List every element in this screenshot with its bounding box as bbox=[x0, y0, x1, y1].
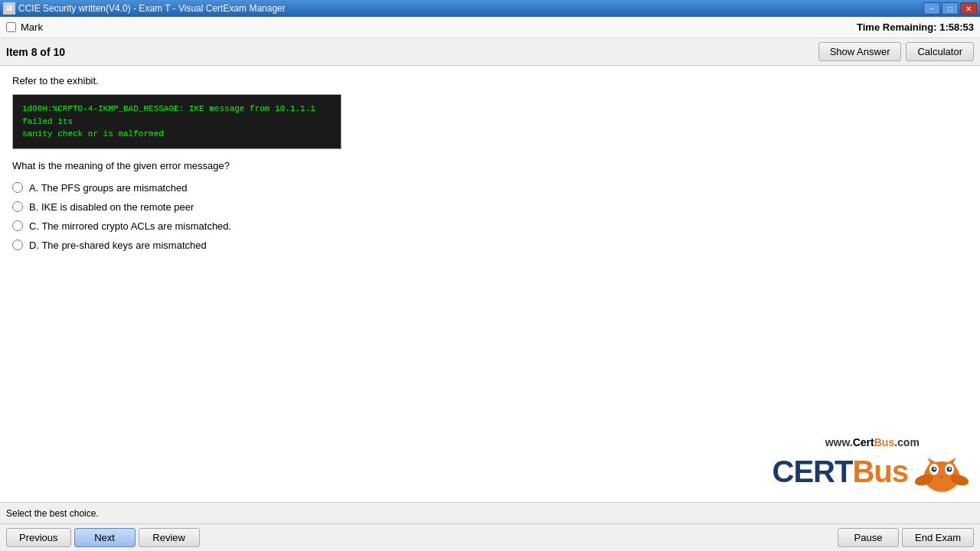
maximize-button[interactable]: □ bbox=[942, 2, 959, 15]
cert-logo: CERT bbox=[773, 455, 853, 489]
title-text: 🖥 CCIE Security written(V4.0) - Exam T -… bbox=[3, 2, 286, 15]
status-text: Select the best choice. bbox=[6, 508, 99, 519]
option-c[interactable]: C. The mirrored crypto ACLs are mismatch… bbox=[12, 220, 968, 232]
radio-a[interactable] bbox=[12, 182, 23, 193]
main-content: Refer to the exhibit. 1d00H:%CRPTO-4-IKM… bbox=[0, 66, 980, 502]
mark-bar: Mark Time Remaining: 1:58:53 bbox=[0, 17, 980, 38]
radio-b[interactable] bbox=[12, 201, 23, 212]
app-icon: 🖥 bbox=[3, 2, 15, 15]
option-d[interactable]: D. The pre-shared keys are mismatched bbox=[12, 240, 968, 251]
watermark: www.CertBus.com CERTBus bbox=[773, 436, 972, 494]
calculator-button[interactable]: Calculator bbox=[906, 42, 974, 61]
watermark-logo: CERTBus bbox=[773, 455, 908, 489]
option-d-label: D. The pre-shared keys are mismatched bbox=[29, 240, 207, 251]
bus-logo: Bus bbox=[852, 455, 908, 489]
show-answer-button[interactable]: Show Answer bbox=[818, 42, 902, 61]
pause-button[interactable]: Pause bbox=[838, 528, 899, 547]
option-b-label: B. IKE is disabled on the remote peer bbox=[29, 201, 194, 213]
previous-button[interactable]: Previous bbox=[6, 528, 71, 547]
radio-d[interactable] bbox=[12, 240, 23, 250]
close-button[interactable]: ✕ bbox=[960, 2, 977, 15]
item-info: Item 8 of 10 bbox=[6, 46, 65, 58]
watermark-url: www.CertBus.com bbox=[773, 436, 972, 448]
mark-area[interactable]: Mark bbox=[6, 21, 43, 33]
exhibit-line-1: 1d00H:%CRPTO-4-IKMP_BAD_MESSAGE: IKE mes… bbox=[22, 103, 332, 128]
svg-point-8 bbox=[949, 468, 951, 470]
toolbar-buttons: Show Answer Calculator bbox=[818, 42, 974, 61]
window-title: CCIE Security written(V4.0) - Exam T - V… bbox=[18, 3, 286, 14]
bottom-nav: Previous Next Review Pause End Exam bbox=[0, 523, 980, 551]
question-text: What is the meaning of the given error m… bbox=[12, 160, 968, 171]
minimize-button[interactable]: − bbox=[923, 2, 940, 15]
nav-left: Previous Next Review bbox=[6, 528, 200, 547]
exhibit-line-2: sanity check or is malformed bbox=[22, 128, 332, 141]
nav-right: Pause End Exam bbox=[838, 528, 974, 547]
option-a[interactable]: A. The PFS groups are mismatched bbox=[12, 182, 968, 194]
end-exam-button[interactable]: End Exam bbox=[902, 528, 974, 547]
time-label: Time Remaining: bbox=[857, 21, 937, 33]
mark-checkbox[interactable] bbox=[6, 22, 16, 32]
svg-point-7 bbox=[933, 468, 936, 470]
time-remaining: Time Remaining: 1:58:53 bbox=[857, 21, 974, 33]
radio-c[interactable] bbox=[12, 220, 23, 231]
cert-text: Cert bbox=[853, 436, 874, 448]
refer-text: Refer to the exhibit. bbox=[12, 75, 968, 86]
option-c-label: C. The mirrored crypto ACLs are mismatch… bbox=[29, 220, 231, 232]
time-value: 1:58:53 bbox=[939, 21, 974, 33]
certbus-bird-icon bbox=[911, 448, 972, 494]
toolbar: Item 8 of 10 Show Answer Calculator bbox=[0, 38, 980, 66]
next-button[interactable]: Next bbox=[74, 528, 136, 547]
status-bar: Select the best choice. bbox=[0, 502, 980, 523]
option-a-label: A. The PFS groups are mismatched bbox=[29, 182, 187, 194]
window-controls: − □ ✕ bbox=[923, 2, 977, 15]
option-b[interactable]: B. IKE is disabled on the remote peer bbox=[12, 201, 968, 213]
exhibit-box: 1d00H:%CRPTO-4-IKMP_BAD_MESSAGE: IKE mes… bbox=[12, 94, 341, 149]
mark-label[interactable]: Mark bbox=[21, 21, 43, 33]
title-bar: 🖥 CCIE Security written(V4.0) - Exam T -… bbox=[0, 0, 980, 17]
bus-text: Bus bbox=[874, 436, 894, 448]
review-button[interactable]: Review bbox=[139, 528, 200, 547]
options-container: A. The PFS groups are mismatched B. IKE … bbox=[12, 182, 968, 251]
